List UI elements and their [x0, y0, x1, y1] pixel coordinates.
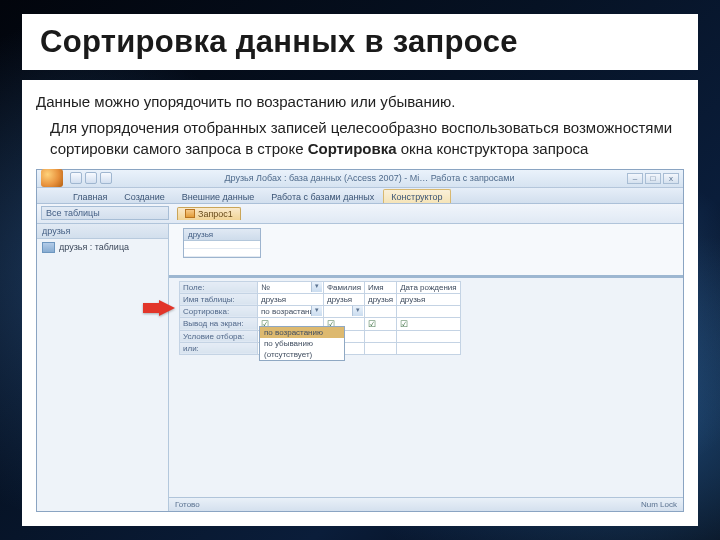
navpane-table-item[interactable]: друзья : таблица — [37, 239, 168, 256]
slide-title: Сортировка данных в запросе — [40, 24, 680, 60]
tab-create[interactable]: Создание — [116, 189, 173, 203]
cell-sort-4[interactable] — [397, 305, 460, 317]
status-bar: Готово Num Lock — [169, 497, 683, 511]
table-field-list[interactable]: друзья — [183, 228, 261, 258]
row-label-criteria: Условие отбора: — [180, 330, 258, 342]
cell-show-4[interactable] — [397, 317, 460, 330]
paragraph-2: Для упорядочения отобранных записей целе… — [36, 118, 684, 159]
qat-undo-icon[interactable] — [85, 172, 97, 184]
close-button[interactable]: x — [663, 173, 679, 184]
window-title: Друзья Лобах : база данных (Access 2007)… — [116, 173, 623, 183]
sort-option-desc[interactable]: по убыванию — [260, 338, 344, 349]
sort-option-none[interactable]: (отсутствует) — [260, 349, 344, 360]
access-screenshot: Друзья Лобах : база данных (Access 2007)… — [36, 169, 684, 512]
tab-external[interactable]: Внешние данные — [174, 189, 262, 203]
office-button[interactable] — [41, 169, 63, 187]
navigation-pane: друзья друзья : таблица — [37, 224, 169, 511]
maximize-button[interactable]: □ — [645, 173, 661, 184]
query-designer: друзья Поле: № Фамилия Имя Да — [169, 224, 683, 511]
main-area: друзья друзья : таблица друзья — [37, 224, 683, 511]
navpane-group[interactable]: друзья — [37, 224, 168, 239]
cell-sort-2[interactable] — [324, 305, 365, 317]
cell-field-3[interactable]: Имя — [364, 281, 396, 293]
cell-sort-1[interactable]: по возрастанию — [258, 305, 324, 317]
row-label-or: или: — [180, 342, 258, 354]
cell-field-2[interactable]: Фамилия — [324, 281, 365, 293]
quick-access-toolbar — [70, 172, 112, 184]
designer-top-pane: друзья — [169, 224, 683, 278]
status-ready: Готово — [175, 500, 200, 509]
tab-dbtools[interactable]: Работа с базами данных — [263, 189, 382, 203]
minimize-button[interactable]: – — [627, 173, 643, 184]
cell-field-4[interactable]: Дата рождения — [397, 281, 460, 293]
row-label-table: Имя таблицы: — [180, 293, 258, 305]
window-controls: – □ x — [627, 173, 679, 184]
table-name: друзья — [184, 229, 260, 241]
callout-arrow-icon — [159, 300, 175, 316]
tab-home[interactable]: Главная — [65, 189, 115, 203]
sort-option-asc[interactable]: по возрастанию — [260, 327, 344, 338]
paragraph-1: Данные можно упорядочить по возрастанию … — [36, 92, 684, 112]
sub-bar: Все таблицы Запрос1 — [37, 204, 683, 224]
design-grid: Поле: № Фамилия Имя Дата рождения Имя та… — [169, 278, 683, 497]
navpane-header[interactable]: Все таблицы — [41, 206, 169, 220]
status-numlock: Num Lock — [641, 500, 677, 509]
slide-body: Данные можно упорядочить по возрастанию … — [22, 80, 698, 526]
row-label-show: Вывод на экран: — [180, 317, 258, 330]
object-tab-query[interactable]: Запрос1 — [177, 207, 241, 220]
slide-title-box: Сортировка данных в запросе — [22, 14, 698, 70]
sort-dropdown-list[interactable]: по возрастанию по убыванию (отсутствует) — [259, 326, 345, 361]
ribbon-tabs: Главная Создание Внешние данные Работа с… — [37, 188, 683, 204]
qat-redo-icon[interactable] — [100, 172, 112, 184]
qat-save-icon[interactable] — [70, 172, 82, 184]
title-bar: Друзья Лобах : база данных (Access 2007)… — [37, 170, 683, 188]
tab-design[interactable]: Конструктор — [383, 189, 450, 203]
cell-sort-3[interactable] — [364, 305, 396, 317]
row-label-sort: Сортировка: — [180, 305, 258, 317]
cell-field-1[interactable]: № — [258, 281, 324, 293]
row-label-field: Поле: — [180, 281, 258, 293]
cell-show-3[interactable] — [364, 317, 396, 330]
